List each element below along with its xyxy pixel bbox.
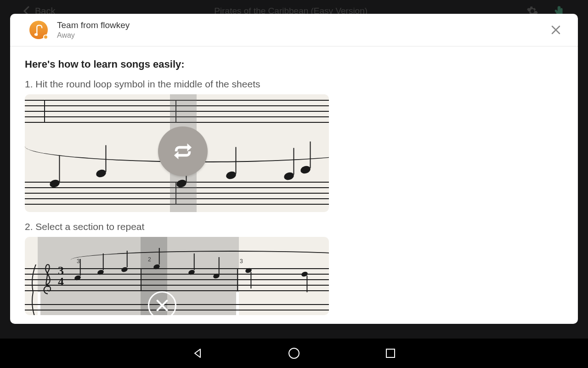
sender-status: Away (57, 31, 548, 40)
close-icon (551, 25, 560, 34)
illustration-selection: 34 3 2 3 (25, 237, 329, 315)
svg-point-1 (289, 348, 299, 358)
svg-point-0 (34, 33, 38, 36)
loop-icon (172, 141, 193, 162)
heading: Here's how to learn songs easily: (25, 58, 563, 70)
triangle-back-icon (192, 348, 203, 359)
loop-button (158, 126, 208, 176)
flowkey-logo-icon (34, 23, 44, 36)
android-nav-bar (0, 339, 588, 368)
close-icon (156, 299, 168, 311)
treble-clef-icon (41, 262, 54, 295)
nav-back-button[interactable] (191, 346, 204, 360)
illustration-loop (25, 94, 329, 212)
sender-name: Team from flowkey (57, 20, 548, 30)
step-2-text: 2. Select a section to repeat (25, 221, 563, 232)
svg-rect-2 (386, 349, 395, 357)
modal-header: Team from flowkey Away (10, 14, 578, 46)
nav-recent-button[interactable] (384, 346, 397, 360)
status-dot (43, 34, 48, 40)
brace-icon (29, 264, 37, 315)
sender-avatar (29, 21, 48, 39)
circle-home-icon (288, 347, 300, 359)
square-recent-icon (385, 348, 396, 358)
modal-body: Here's how to learn songs easily: 1. Hit… (10, 46, 578, 324)
help-modal: Team from flowkey Away Here's how to lea… (10, 14, 578, 324)
step-1-text: 1. Hit the round loop symbol in the midd… (25, 79, 563, 90)
nav-home-button[interactable] (287, 346, 301, 360)
close-button[interactable] (548, 22, 564, 38)
